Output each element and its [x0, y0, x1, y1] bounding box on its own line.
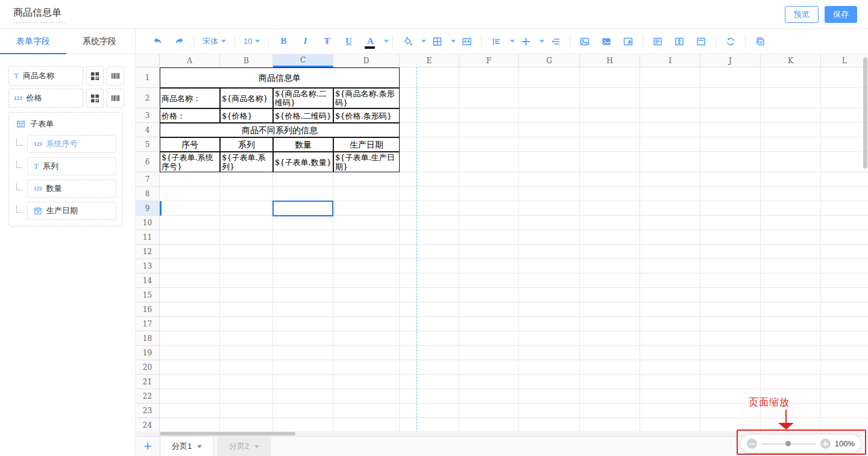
row-header-10[interactable]: 10 [136, 216, 160, 230]
grid-cell[interactable] [761, 123, 821, 137]
grid-cell[interactable] [220, 288, 273, 302]
grid-cell[interactable] [640, 201, 700, 216]
column-header-F[interactable]: F [459, 54, 519, 67]
grid-cell[interactable] [400, 172, 459, 187]
grid-cell[interactable] [273, 346, 333, 360]
grid-cell[interactable] [821, 389, 868, 404]
grid-cell[interactable] [220, 216, 273, 230]
grid-cell[interactable] [519, 123, 580, 137]
chevron-down-icon[interactable] [384, 40, 389, 43]
grid-cell[interactable] [273, 375, 333, 389]
grid-cell[interactable] [580, 216, 640, 230]
column-header-C[interactable]: C [273, 54, 333, 67]
column-header-B[interactable]: B [220, 54, 273, 67]
grid-cell[interactable] [400, 137, 459, 152]
grid-cell[interactable] [580, 288, 640, 302]
grid-cell[interactable] [400, 317, 459, 331]
row-header-4[interactable]: 4 [136, 123, 160, 137]
grid-cell[interactable] [580, 201, 640, 216]
row-operations-button[interactable] [549, 34, 562, 49]
field-item-series[interactable]: T 系列 [27, 157, 116, 175]
grid-cell[interactable] [640, 216, 700, 230]
grid-cell[interactable] [273, 288, 333, 302]
table-cell[interactable]: ${子表单.系列} [220, 152, 273, 172]
grid-cell[interactable] [821, 230, 868, 245]
column-header-E[interactable]: E [400, 54, 459, 67]
grid-cell[interactable] [333, 302, 400, 317]
table-cell[interactable]: ${子表单.生产日期} [333, 152, 400, 172]
font-color-button[interactable]: A [363, 34, 377, 49]
grid-cell[interactable] [580, 137, 640, 152]
grid-cell[interactable] [459, 375, 519, 389]
grid-cell[interactable] [821, 172, 868, 187]
strikethrough-button[interactable]: Ŧ [320, 34, 333, 49]
insert-image-button[interactable] [578, 34, 591, 49]
grid-cell[interactable] [640, 152, 700, 172]
grid-cell[interactable] [273, 172, 333, 187]
grid-cell[interactable] [700, 201, 761, 216]
grid-cell[interactable] [761, 273, 821, 288]
grid-cell[interactable] [761, 259, 821, 273]
tab-form-fields[interactable]: 表单字段 [0, 29, 66, 54]
grid-cell[interactable] [640, 245, 700, 259]
grid-cell[interactable] [821, 302, 868, 317]
grid-cell[interactable] [700, 172, 761, 187]
grid-cell[interactable] [459, 152, 519, 172]
grid-cell[interactable] [459, 418, 519, 433]
grid-cell[interactable] [640, 288, 700, 302]
grid-cell[interactable] [700, 88, 761, 108]
grid-cell[interactable] [459, 88, 519, 108]
grid-cell[interactable] [333, 172, 400, 187]
row-header-18[interactable]: 18 [136, 331, 160, 346]
column-header-D[interactable]: D [333, 54, 400, 67]
grid-cell[interactable] [821, 187, 868, 201]
table-cell[interactable]: ${子表单.数量} [273, 152, 333, 172]
field-item-product-name[interactable]: T 商品名称 [8, 66, 83, 86]
grid-cell[interactable] [273, 273, 333, 288]
grid-cell[interactable] [459, 230, 519, 245]
page-title[interactable]: 商品信息单 [13, 5, 66, 23]
grid-cell[interactable] [333, 259, 400, 273]
grid-cell[interactable] [273, 404, 333, 418]
grid-cell[interactable] [519, 389, 580, 404]
grid-cell[interactable] [459, 389, 519, 404]
grid-cell[interactable] [700, 245, 761, 259]
table-cell[interactable]: 商品不同系列的信息 [160, 123, 400, 137]
grid-cell[interactable] [459, 317, 519, 331]
grid-cell[interactable] [400, 230, 459, 245]
grid-cell[interactable] [640, 331, 700, 346]
horizontal-scrollbar-thumb[interactable] [160, 432, 295, 436]
grid-cell[interactable] [333, 360, 400, 375]
grid-cell[interactable] [519, 288, 580, 302]
grid-cell[interactable] [400, 108, 459, 123]
table-cell[interactable]: ${子表单.系统序号} [160, 152, 220, 172]
grid-cell[interactable] [273, 216, 333, 230]
grid-cell[interactable] [273, 302, 333, 317]
grid-cell[interactable] [400, 187, 459, 201]
grid-cell[interactable] [273, 259, 333, 273]
table-cell[interactable]: ${价格.条形码} [333, 108, 400, 123]
grid-cell[interactable] [821, 216, 868, 230]
grid-cell[interactable] [519, 88, 580, 108]
grid-cell[interactable] [580, 389, 640, 404]
font-size-select[interactable]: 10 [244, 34, 260, 49]
qr-code-chip[interactable] [86, 66, 104, 86]
zoom-slider-track[interactable] [761, 443, 816, 445]
grid-cell[interactable] [220, 317, 273, 331]
subform-header[interactable]: 子表单 [9, 117, 122, 131]
grid-cell[interactable] [333, 273, 400, 288]
grid-cell[interactable] [220, 273, 273, 288]
column-header-A[interactable]: A [160, 54, 220, 67]
grid-cell[interactable] [160, 375, 220, 389]
vertical-scrollbar-thumb[interactable] [863, 57, 867, 169]
grid-cell[interactable] [821, 108, 868, 123]
grid-cell[interactable] [519, 230, 580, 245]
zoom-in-button[interactable] [820, 439, 831, 449]
row-header-9[interactable]: 9 [136, 201, 160, 216]
grid-cell[interactable] [580, 172, 640, 187]
grid-cell[interactable] [700, 108, 761, 123]
grid-cell[interactable] [580, 346, 640, 360]
grid-cell[interactable] [459, 245, 519, 259]
grid-cell[interactable] [761, 201, 821, 216]
grid-cell[interactable] [400, 88, 459, 108]
